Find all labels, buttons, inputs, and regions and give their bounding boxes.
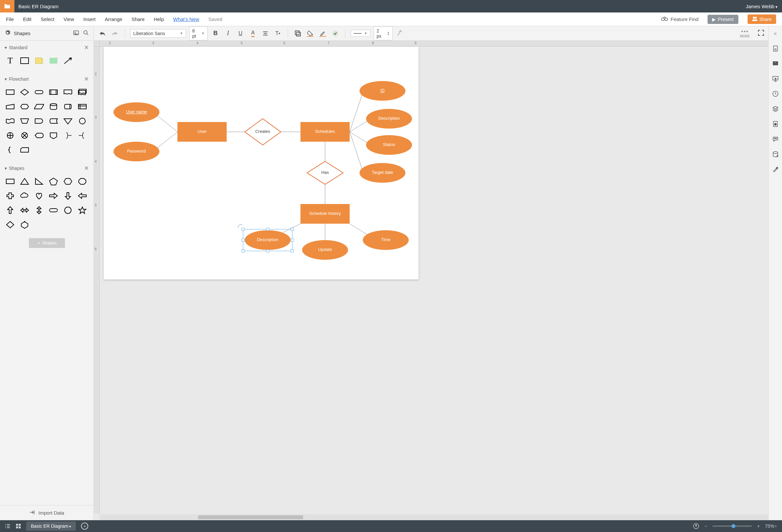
close-icon[interactable]: ✕ xyxy=(84,165,89,172)
shape-style-button[interactable] xyxy=(293,29,303,38)
fc-connector[interactable] xyxy=(77,115,88,127)
fc-manualinput[interactable] xyxy=(5,101,16,112)
sh-arrow-left[interactable] xyxy=(77,190,88,201)
rect-shape[interactable] xyxy=(19,55,30,66)
folder-icon[interactable] xyxy=(0,0,14,12)
sh-hexagon[interactable] xyxy=(62,176,73,187)
document-title[interactable]: Basic ER Diagram xyxy=(14,4,746,9)
fc-data[interactable] xyxy=(33,101,45,112)
border-color-button[interactable] xyxy=(318,29,327,38)
sh-circle[interactable] xyxy=(62,205,73,216)
sh-triangle[interactable] xyxy=(19,176,30,187)
add-shapes-button[interactable]: ＋ Shapes xyxy=(29,238,65,248)
menu-edit[interactable]: Edit xyxy=(23,16,32,22)
align-button[interactable] xyxy=(261,29,270,38)
more-button[interactable]: ••• MORE xyxy=(740,29,750,38)
fc-bracket-right[interactable] xyxy=(62,130,73,141)
sh-arrow-right[interactable] xyxy=(48,190,59,201)
page-settings-icon[interactable] xyxy=(772,45,779,52)
sh-rect[interactable] xyxy=(5,176,16,187)
fc-internalstorage[interactable] xyxy=(77,101,88,112)
fullscreen-button[interactable] xyxy=(758,30,764,37)
menu-select[interactable]: Select xyxy=(41,16,55,22)
sh-cross[interactable] xyxy=(5,190,16,201)
sh-heart[interactable] xyxy=(33,190,45,201)
fc-summing[interactable] xyxy=(19,130,30,141)
sh-octagon[interactable] xyxy=(77,176,88,187)
fc-process[interactable] xyxy=(5,86,16,98)
presentation-icon[interactable] xyxy=(772,75,779,83)
gear-icon[interactable] xyxy=(5,30,10,37)
layers-icon[interactable] xyxy=(772,105,779,113)
menu-whats-new[interactable]: What's New xyxy=(173,16,200,22)
canvas[interactable]: 2 3 4 5 6 7 8 9 2 3 4 5 6 xyxy=(94,41,768,520)
zoom-out-button[interactable]: − xyxy=(705,524,707,529)
undo-button[interactable] xyxy=(98,29,107,38)
fc-brace[interactable] xyxy=(5,144,16,155)
fc-display[interactable] xyxy=(33,130,45,141)
image-icon[interactable] xyxy=(73,30,79,37)
line-style-dropdown[interactable]: ▼ xyxy=(351,30,370,37)
sh-diamond[interactable] xyxy=(5,219,16,230)
sh-arrow-lr[interactable] xyxy=(19,205,30,216)
sh-star[interactable] xyxy=(77,205,88,216)
section-shapes-header[interactable]: ▾ Shapes ✕ xyxy=(0,162,94,173)
fc-predefined[interactable] xyxy=(48,86,59,98)
horizontal-scrollbar[interactable] xyxy=(100,514,768,520)
section-standard-header[interactable]: ▾ Standard ✕ xyxy=(0,41,94,52)
fc-multidoc[interactable] xyxy=(77,86,88,98)
menu-arrange[interactable]: Arrange xyxy=(105,16,122,22)
text-style-button[interactable]: T▾ xyxy=(273,29,282,38)
autosave-icon[interactable] xyxy=(693,523,699,529)
magic-icon[interactable] xyxy=(772,165,779,173)
collapse-rail-button[interactable]: « xyxy=(772,30,779,37)
history-icon[interactable] xyxy=(772,90,779,98)
user-menu[interactable]: James Webb xyxy=(746,4,782,9)
fc-or[interactable] xyxy=(5,130,16,141)
fc-merge[interactable] xyxy=(62,115,73,127)
present-button[interactable]: ▶ Present xyxy=(708,15,738,24)
sh-arrow-up[interactable] xyxy=(5,205,16,216)
fc-delay[interactable] xyxy=(33,115,45,127)
menu-share[interactable]: Share xyxy=(132,16,145,22)
fc-bracket-left[interactable] xyxy=(77,130,88,141)
menu-view[interactable]: View xyxy=(64,16,74,22)
font-dropdown[interactable]: Liberation Sans ▼ xyxy=(130,29,186,38)
fc-manualoperation[interactable] xyxy=(19,115,30,127)
note-shape[interactable] xyxy=(33,55,45,66)
menu-help[interactable]: Help xyxy=(154,16,164,22)
fc-preparation[interactable] xyxy=(19,101,30,112)
menu-insert[interactable]: Insert xyxy=(83,16,96,22)
line-width-dropdown[interactable]: 2 px ▲▼ xyxy=(374,27,393,40)
style-preset-button[interactable] xyxy=(331,29,340,38)
underline-button[interactable]: U xyxy=(236,29,245,38)
menu-file[interactable]: File xyxy=(6,16,14,22)
data-icon[interactable] xyxy=(772,150,779,158)
arrow-shape[interactable] xyxy=(62,55,73,66)
font-size-dropdown[interactable]: 8 pt ▼ xyxy=(189,27,208,40)
search-icon[interactable] xyxy=(83,30,89,37)
add-page-button[interactable]: + xyxy=(81,523,88,530)
page-tab[interactable]: Basic ER Diagram xyxy=(26,522,76,531)
sh-arrow-down[interactable] xyxy=(62,190,73,201)
sh-cloud[interactable] xyxy=(19,190,30,201)
fill-button[interactable] xyxy=(306,29,315,38)
fc-database[interactable] xyxy=(48,101,59,112)
zoom-slider[interactable] xyxy=(712,526,752,527)
share-button[interactable]: Share xyxy=(748,14,776,24)
redo-button[interactable] xyxy=(110,29,119,38)
fc-document[interactable] xyxy=(62,86,73,98)
zoom-in-button[interactable]: + xyxy=(757,524,760,529)
zoom-level[interactable]: 75% ▼ xyxy=(765,524,777,529)
sh-right-triangle[interactable] xyxy=(33,176,45,187)
fc-offpage[interactable] xyxy=(48,130,59,141)
section-flowchart-header[interactable]: ▾ Flowchart ✕ xyxy=(0,72,94,84)
sh-rounded[interactable] xyxy=(48,205,59,216)
import-data-button[interactable]: Import Data xyxy=(0,505,94,520)
chat-icon[interactable] xyxy=(772,135,779,143)
close-icon[interactable]: ✕ xyxy=(84,75,89,83)
comments-icon[interactable]: " xyxy=(772,60,779,68)
sh-arrow-ud[interactable] xyxy=(33,205,45,216)
block-shape[interactable] xyxy=(48,55,59,66)
paper[interactable]: User name Password User Creates Schedule… xyxy=(104,46,419,279)
